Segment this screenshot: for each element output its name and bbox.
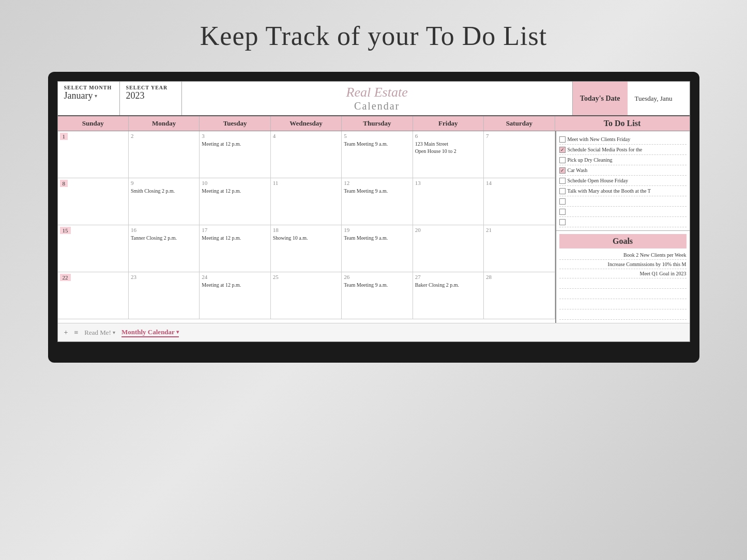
todo-item-8 xyxy=(559,207,687,217)
todo-checkbox-4[interactable]: ✓ xyxy=(559,167,566,174)
year-label: SELECT YEAR xyxy=(126,85,175,90)
todo-item-4: ✓ Car Wash xyxy=(559,165,687,176)
todo-checkbox-9[interactable] xyxy=(559,219,566,225)
day-header-wednesday: Wednesday xyxy=(271,116,342,131)
cell-2-5: 12Team Meeting 9 a.m. xyxy=(342,178,413,225)
todo-checkbox-2[interactable]: ✓ xyxy=(559,147,566,153)
month-value: January xyxy=(64,90,93,101)
todo-text-3: Pick up Dry Cleaning xyxy=(568,157,613,163)
tab-read-me-label: Read Me! xyxy=(84,329,111,337)
cell-3-4: 18Showing 10 a.m. xyxy=(271,225,342,272)
sidebar: Meet with New Clients Friday ✓ Schedule … xyxy=(555,131,690,323)
day-headers-row: Sunday Monday Tuesday Wednesday Thursday… xyxy=(58,116,690,131)
cell-4-7: 28 xyxy=(484,272,555,319)
cell-3-3: 17Meeting at 12 p.m. xyxy=(200,225,270,272)
day-header-friday: Friday xyxy=(413,116,484,131)
today-label: Today's Date xyxy=(573,82,628,115)
week-4: 22 23 24Meeting at 12 p.m. 25 26Team Mee… xyxy=(58,272,555,319)
goals-section: Goals Book 2 New Clients per Week Increa… xyxy=(556,231,690,323)
today-date-block: Today's Date Tuesday, Janu xyxy=(572,82,690,115)
todo-text-4: Car Wash xyxy=(568,167,588,174)
year-value: 2023 xyxy=(126,90,145,101)
day-header-monday: Monday xyxy=(129,116,200,131)
todo-checkbox-7[interactable] xyxy=(559,198,566,205)
goal-item-2: Increase Commissions by 10% this M xyxy=(559,260,687,269)
cell-1-4: 4 xyxy=(271,131,342,178)
cell-1-7: 7 xyxy=(484,131,555,178)
cell-2-6: 13 xyxy=(413,178,484,225)
day-header-sunday: Sunday xyxy=(58,116,129,131)
cell-3-5: 19Team Meeting 9 a.m. xyxy=(342,225,413,272)
todo-section: Meet with New Clients Friday ✓ Schedule … xyxy=(556,131,690,231)
calendar-body: 1 2 3Meeting at 12 p.m. 4 5Team Meeting … xyxy=(58,131,690,323)
brand-script: Real Estate xyxy=(346,85,408,100)
cell-4-6: 27Baker Closing 2 p.m. xyxy=(413,272,484,319)
day-header-tuesday: Tuesday xyxy=(200,116,270,131)
todo-checkbox-6[interactable] xyxy=(559,188,566,194)
cell-4-3: 24Meeting at 12 p.m. xyxy=(200,272,270,319)
tab-read-me-arrow: ▾ xyxy=(113,330,115,335)
week-3: 15 16Tanner Closing 2 p.m. 17Meeting at … xyxy=(58,225,555,272)
day-header-saturday: Saturday xyxy=(484,116,555,131)
cell-3-1: 15 xyxy=(58,225,129,272)
todo-item-9 xyxy=(559,217,687,227)
goal-item-1: Book 2 New Clients per Week xyxy=(559,251,687,260)
cell-1-3: 3Meeting at 12 p.m. xyxy=(200,131,270,178)
week-2: 8 9Smith Closing 2 p.m. 10Meeting at 12 … xyxy=(58,178,555,225)
goal-empty-2 xyxy=(559,289,687,299)
todo-item-1: Meet with New Clients Friday xyxy=(559,134,687,145)
month-arrow: ▾ xyxy=(95,93,97,99)
cell-4-1: 22 xyxy=(58,272,129,319)
month-label: SELECT MONTH xyxy=(64,85,113,90)
todo-header: To Do List xyxy=(555,116,690,131)
todo-text-2: Schedule Social Media Posts for the xyxy=(568,146,643,153)
tab-monthly-calendar-label: Monthly Calendar xyxy=(121,328,175,336)
cell-4-2: 23 xyxy=(129,272,200,319)
cell-3-6: 20 xyxy=(413,225,484,272)
cell-2-4: 11 xyxy=(271,178,342,225)
cell-4-5: 26Team Meeting 9 a.m. xyxy=(342,272,413,319)
todo-checkbox-3[interactable] xyxy=(559,157,566,163)
goal-empty-4 xyxy=(559,309,687,320)
calendar-grid: 1 2 3Meeting at 12 p.m. 4 5Team Meeting … xyxy=(58,131,555,323)
cell-1-2: 2 xyxy=(129,131,200,178)
brand-block: Real Estate Calendar xyxy=(182,82,572,115)
todo-checkbox-5[interactable] xyxy=(559,178,566,184)
todo-item-2: ✓ Schedule Social Media Posts for the xyxy=(559,145,687,155)
spreadsheet: SELECT MONTH January ▾ SELECT YEAR 2023 … xyxy=(57,81,690,342)
goal-item-3: Meet Q1 Goal in 2023 xyxy=(559,269,687,278)
cell-3-2: 16Tanner Closing 2 p.m. xyxy=(129,225,200,272)
goal-empty-3 xyxy=(559,299,687,309)
tab-monthly-calendar[interactable]: Monthly Calendar ▾ xyxy=(121,328,179,337)
cell-2-7: 14 xyxy=(484,178,555,225)
tab-read-me[interactable]: Read Me! ▾ xyxy=(84,329,115,337)
week-1: 1 2 3Meeting at 12 p.m. 4 5Team Meeting … xyxy=(58,131,555,178)
screen-wrapper: SELECT MONTH January ▾ SELECT YEAR 2023 … xyxy=(48,72,699,363)
cell-1-6: 6123 Main StreetOpen House 10 to 2 xyxy=(413,131,484,178)
year-selector-block[interactable]: SELECT YEAR 2023 xyxy=(120,82,182,115)
goals-header: Goals xyxy=(559,234,687,248)
month-selector-block[interactable]: SELECT MONTH January ▾ xyxy=(58,82,120,115)
tab-monthly-calendar-arrow: ▾ xyxy=(176,329,179,335)
cell-2-3: 10Meeting at 12 p.m. xyxy=(200,178,270,225)
todo-text-1: Meet with New Clients Friday xyxy=(568,136,631,143)
year-value-row: 2023 xyxy=(126,90,175,101)
month-value-row: January ▾ xyxy=(64,90,113,101)
sheet-list-button[interactable]: ≡ xyxy=(74,329,78,337)
cell-2-1: 8 xyxy=(58,178,129,225)
tab-bar: + ≡ Read Me! ▾ Monthly Calendar ▾ xyxy=(58,323,690,341)
cell-1-5: 5Team Meeting 9 a.m. xyxy=(342,131,413,178)
header-row: SELECT MONTH January ▾ SELECT YEAR 2023 … xyxy=(58,82,690,116)
add-sheet-button[interactable]: + xyxy=(64,329,68,337)
page-title: Keep Track of your To Do List xyxy=(200,0,547,67)
day-header-thursday: Thursday xyxy=(342,116,413,131)
todo-text-6: Talk with Mary about the Booth at the T xyxy=(568,188,651,194)
today-value: Tuesday, Janu xyxy=(628,82,690,115)
todo-item-7 xyxy=(559,196,687,207)
todo-item-3: Pick up Dry Cleaning xyxy=(559,155,687,165)
cell-3-7: 21 xyxy=(484,225,555,272)
todo-checkbox-8[interactable] xyxy=(559,209,566,215)
todo-text-5: Schedule Open House Friday xyxy=(568,177,628,184)
todo-checkbox-1[interactable] xyxy=(559,136,566,143)
todo-item-5: Schedule Open House Friday xyxy=(559,176,687,186)
